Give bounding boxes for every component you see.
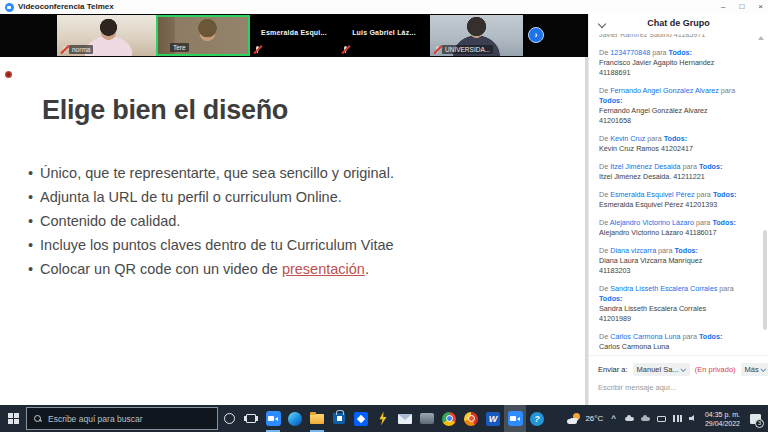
chat-message-body: Itzel Jiménez Desaida. 41211221: [599, 172, 756, 182]
store-icon-button[interactable]: [328, 405, 350, 432]
to-label: para: [650, 48, 668, 57]
bullet-text: Único, que te representarte, que sea sen…: [40, 165, 394, 181]
title-bar: Videoconferencia Telmex – □ ×: [0, 0, 768, 14]
task-view-icon: [246, 414, 256, 423]
browser-icon-button[interactable]: [460, 405, 482, 432]
participant-tile-norma[interactable]: norma: [57, 15, 156, 56]
to-label: para: [694, 218, 712, 227]
next-participants-button[interactable]: ›: [528, 27, 544, 43]
to-label: para: [719, 86, 735, 95]
start-button[interactable]: [0, 405, 26, 432]
word-icon-button[interactable]: W: [482, 405, 504, 432]
presentation-slide: Elige bien el diseño •Único, que te repr…: [0, 57, 585, 405]
minimize-button[interactable]: –: [721, 1, 725, 12]
more-label: Más: [745, 365, 759, 374]
bullet-icon: •: [28, 261, 33, 277]
help-icon: ?: [530, 412, 544, 426]
chat-message: De Esmeralda Esquivel Pérez para Todos:E…: [599, 190, 756, 210]
taskbar-search[interactable]: [26, 407, 218, 430]
recipient-name: Todos:: [599, 294, 622, 303]
zoom-meeting-icon-button[interactable]: [504, 405, 526, 432]
windows-logo-icon: [8, 413, 19, 424]
scroll-up-icon[interactable]: [758, 36, 764, 40]
edge-icon: [288, 412, 302, 426]
notification-center-button[interactable]: 3: [746, 405, 764, 432]
presentation-link[interactable]: presentación: [282, 261, 365, 277]
chat-message: De Diana vizcarra para Todos:Diana Laura…: [599, 246, 756, 276]
participant-tile-universida[interactable]: UNIVERSIDA...: [430, 15, 523, 56]
display-icon-button[interactable]: [656, 412, 667, 426]
participant-name-label: Esmeralda Esqui...: [250, 29, 338, 36]
chat-message-body: Sandra Lisseth Escalera Corrales41201989: [599, 304, 756, 324]
sender-name: 1234770848: [610, 48, 650, 57]
edge-icon-button[interactable]: [284, 405, 306, 432]
slide-bullet: •Colocar un QR code con un video de pres…: [28, 257, 394, 281]
bullet-text: Adjunta la URL de tu perfil o curriculum…: [40, 189, 342, 205]
participant-name-label: UNIVERSIDA...: [442, 45, 493, 54]
chat-message-input[interactable]: [598, 383, 758, 392]
chat-message-line: 41201658: [599, 116, 756, 126]
task-view-icon-button[interactable]: [240, 405, 262, 432]
word-icon: W: [486, 412, 500, 426]
onedrive-icon-button[interactable]: [624, 412, 635, 426]
mic-muted-icon: [60, 45, 68, 54]
slide-bullet: •Contenido de calidad.: [28, 209, 394, 233]
participant-tile-esmeralda[interactable]: Esmeralda Esqui...: [250, 15, 338, 56]
recipient-name: Todos:: [675, 246, 698, 255]
recipient-name: Todos:: [699, 162, 722, 171]
cloud-icon-button[interactable]: [640, 412, 651, 426]
volume-icon-button[interactable]: [688, 412, 699, 426]
cortana-icon-button[interactable]: [218, 405, 240, 432]
sender-name: Sandra Lisseth Escalera Corrales: [610, 284, 717, 293]
chat-message-header: De Carlos Carmona Luna para Todos:: [599, 332, 756, 342]
bullet-icon: •: [28, 237, 33, 253]
close-button[interactable]: ×: [758, 1, 763, 12]
chevron-down-icon: [680, 366, 686, 372]
window-title: Videoconferencia Telmex: [18, 2, 114, 11]
maximize-button[interactable]: □: [739, 1, 744, 12]
participant-name-label: Tere: [170, 43, 189, 52]
weather-widget[interactable]: 26°C: [567, 413, 603, 424]
network-icon-button[interactable]: [672, 412, 683, 426]
lightning-app-icon: [378, 412, 388, 426]
gray-app-icon-button[interactable]: [416, 405, 438, 432]
chat-message-body: Esmeralda Esquivel Pérez 41201393: [599, 200, 756, 210]
participant-tile-luis[interactable]: Luis Gabriel Láz...: [338, 15, 430, 56]
participant-name-label: norma: [69, 45, 93, 54]
search-input[interactable]: [48, 414, 217, 424]
chat-message-line: Alejandro Victorino Lázaro 41186017: [599, 228, 756, 238]
sender-name: Esmeralda Esquivel Pérez: [610, 190, 694, 199]
chat-message-body: Francisco Javier Agapito Hernandez411886…: [599, 58, 756, 78]
help-icon-button[interactable]: ?: [526, 405, 548, 432]
dropbox-icon: [354, 412, 368, 426]
more-dropdown[interactable]: Más: [741, 363, 768, 376]
display-icon: [657, 416, 666, 422]
chat-message-body: Diana Laura Vizcarra Manríquez41183203: [599, 256, 756, 276]
lightning-app-icon-button[interactable]: [372, 405, 394, 432]
chat-header: Chat de Grupo: [589, 16, 768, 32]
weather-temp: 26°C: [585, 414, 603, 423]
search-icon: [34, 415, 42, 423]
chrome-icon-button[interactable]: [438, 405, 460, 432]
zoom-app-icon-button[interactable]: [262, 405, 284, 432]
chat-scrollbar[interactable]: [763, 230, 767, 330]
tray-expand-button[interactable]: ^: [609, 414, 618, 423]
participant-tile-tere[interactable]: Tere: [156, 15, 250, 56]
chat-message-body: Carlos Carmona Luna41185960: [599, 342, 756, 352]
recipient-name: Todos:: [664, 134, 687, 143]
from-label: De: [599, 86, 610, 95]
slide-bullet: •Único, que te representarte, que sea se…: [28, 161, 394, 185]
browser-icon: [464, 412, 478, 426]
chat-message-body: Kevin Cruz Ramos 41202417: [599, 144, 756, 154]
recipient-dropdown[interactable]: Manuel Sa...: [633, 363, 690, 376]
mail-icon-button[interactable]: [394, 405, 416, 432]
sender-name: Diana vizcarra: [610, 246, 656, 255]
bullet-icon: •: [28, 165, 33, 181]
taskbar-clock[interactable]: 04:35 p. m. 29/04/2022: [705, 410, 740, 428]
file-explorer-icon-button[interactable]: [306, 405, 328, 432]
mic-muted-icon: [341, 45, 349, 54]
zoom-app-icon: [266, 411, 281, 426]
store-icon: [333, 413, 345, 424]
dropbox-icon-button[interactable]: [350, 405, 372, 432]
video-filmstrip: normaTereEsmeralda Esqui...Luis Gabriel …: [0, 14, 588, 57]
